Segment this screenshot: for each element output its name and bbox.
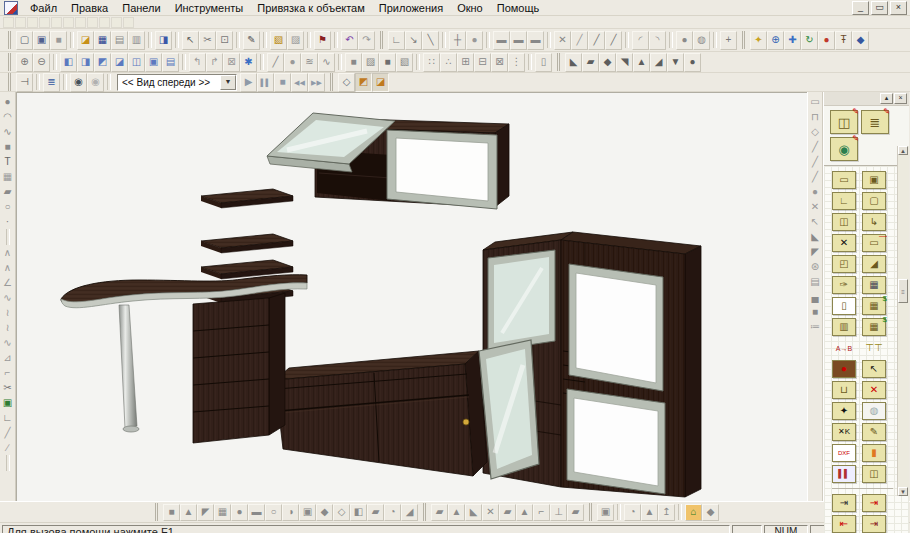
draw-arc[interactable]: ◠ (1, 109, 15, 124)
draw-rect[interactable]: ■ (1, 139, 15, 154)
camera[interactable]: ◉ (70, 73, 87, 92)
new-document[interactable]: ▢ (16, 31, 33, 50)
furniture-tv-stand[interactable] (275, 351, 487, 476)
panel-close-button[interactable]: × (894, 93, 907, 104)
select-part[interactable]: ↖ (862, 360, 886, 378)
snap-grid-lines[interactable]: ▤ (808, 274, 822, 289)
materials-library[interactable]: ▌▌ (832, 465, 856, 483)
line-3[interactable]: ╱ (605, 31, 622, 50)
cut[interactable]: ✂ (199, 31, 216, 50)
trim[interactable]: ✂ (1, 380, 15, 395)
copy[interactable]: ▧ (270, 31, 287, 50)
edit-curve-4[interactable]: ∿ (1, 335, 15, 350)
shape-triangle[interactable]: ▲ (180, 504, 197, 521)
menu-instruments[interactable]: Инструменты (168, 1, 251, 15)
shape-wedge[interactable]: ◢ (401, 504, 418, 521)
profile-3[interactable]: ◣ (465, 504, 482, 521)
viewport-3d[interactable] (16, 92, 807, 501)
edit-model[interactable]: ◫✎ (830, 110, 858, 134)
snap-endpoint[interactable]: ▭ (808, 94, 822, 109)
scroll-thumb[interactable]: ≡ (898, 279, 908, 303)
shape-split[interactable]: ◧ (350, 504, 367, 521)
snap-nearest-1[interactable]: ╱ (808, 139, 822, 154)
furniture-desk[interactable] (61, 275, 307, 443)
saw-cut[interactable]: ◍ (862, 402, 886, 420)
align-2[interactable]: ∴ (440, 53, 457, 72)
profile-2[interactable]: ▲ (448, 504, 465, 521)
offset[interactable]: ∟ (1, 410, 15, 425)
pin-toolbar[interactable]: ⊣ (16, 73, 33, 92)
extend-2[interactable]: ∕ (1, 440, 15, 455)
align-6[interactable]: ⋮ (508, 53, 525, 72)
join-right[interactable]: ⇥ (862, 494, 886, 512)
clipboard[interactable]: ▯ (535, 53, 552, 72)
solid-ball[interactable]: ● (684, 53, 701, 72)
draw-spline[interactable]: ∿ (1, 124, 15, 139)
view-right[interactable]: ◨ (77, 53, 94, 72)
shape-circle[interactable]: ● (231, 504, 248, 521)
shape-diamond-open[interactable]: ◇ (333, 504, 350, 521)
hardware[interactable]: ✦ (832, 402, 856, 420)
object-solid[interactable]: ◆ (702, 504, 719, 521)
crosshair[interactable]: + (720, 31, 737, 50)
panel-rounded[interactable]: ▢ (862, 192, 886, 210)
point[interactable]: ┼ (449, 31, 466, 50)
blank-sheet[interactable]: ▯ (832, 297, 856, 315)
open[interactable]: ◪ (77, 31, 94, 50)
play[interactable]: ▶ (240, 73, 257, 92)
profile-5[interactable]: ▰ (499, 504, 516, 521)
import[interactable]: ◨ (155, 31, 172, 50)
menu-file[interactable]: Файл (23, 1, 64, 15)
delete-part[interactable]: ✕ (862, 381, 886, 399)
snap-nearest-3[interactable]: ╱ (808, 169, 822, 184)
edit-parts-list[interactable]: ≣✎ (861, 110, 889, 134)
menu-help[interactable]: Помощь (490, 1, 547, 15)
array[interactable]: ✱ (240, 53, 257, 72)
solid-2[interactable]: ▬ (510, 31, 527, 50)
regen[interactable]: ◆ (852, 31, 869, 50)
display-shaded[interactable]: ◪ (372, 73, 389, 92)
pin[interactable]: ⚑ (314, 31, 331, 50)
view-left[interactable]: ◧ (60, 53, 77, 72)
edit-curve-2[interactable]: ≀ (1, 305, 15, 320)
snap-solid[interactable]: ■ (808, 304, 822, 319)
object-cone[interactable]: ▲ (641, 504, 658, 521)
shape-diamond[interactable]: ◆ (316, 504, 333, 521)
select[interactable]: ↖ (182, 31, 199, 50)
snap-intersection[interactable]: ✕ (808, 199, 822, 214)
snap-node[interactable]: ◇ (808, 124, 822, 139)
fittings[interactable]: ✑ (832, 276, 856, 294)
shape-inset[interactable]: ▣ (299, 504, 316, 521)
edit-curve-3[interactable]: ≀ (1, 320, 15, 335)
panel-l-shaped[interactable]: ∟ (832, 192, 856, 210)
solid-wedge[interactable]: ◣ (565, 53, 582, 72)
zoom-in[interactable]: ⊕ (16, 53, 33, 72)
open-box[interactable]: ⊔ (832, 381, 856, 399)
snap-grid[interactable]: ▣ (1, 395, 15, 410)
cost-table[interactable]: ▦$ (862, 297, 886, 315)
snap-settings[interactable]: ≔ (808, 319, 822, 334)
draw-polygon[interactable]: ▰ (1, 184, 15, 199)
node[interactable]: ● (466, 31, 483, 50)
paste[interactable]: ▨ (287, 31, 304, 50)
profile-6[interactable]: ▲ (516, 504, 533, 521)
measure-angle[interactable]: ∟ (388, 31, 405, 50)
draw-circle[interactable]: ● (1, 94, 15, 109)
solid-3[interactable]: ▬ (527, 31, 544, 50)
line-2[interactable]: ╱ (588, 31, 605, 50)
arc-2[interactable]: ◝ (649, 31, 666, 50)
view-back[interactable]: ▣ (145, 53, 162, 72)
panel-edge-band[interactable]: ▭— (862, 234, 886, 252)
join-top[interactable]: ⇤ (832, 515, 856, 533)
select-region[interactable]: ⊡ (216, 31, 233, 50)
hand-edit[interactable]: ✎ (862, 423, 886, 441)
dropdown-arrow-icon[interactable]: ▼ (220, 75, 236, 90)
display-wireframe[interactable]: ◇ (338, 73, 355, 92)
line-1[interactable]: ╱ (571, 31, 588, 50)
pencil-line[interactable]: ╱ (267, 53, 284, 72)
solid-corner[interactable]: ◥ (616, 53, 633, 72)
shape-grid[interactable]: ▦ (214, 504, 231, 521)
undo[interactable]: ↶ (341, 31, 358, 50)
screws[interactable]: ⊤⊤ (862, 339, 886, 357)
pause[interactable]: ▌▌ (257, 73, 274, 92)
